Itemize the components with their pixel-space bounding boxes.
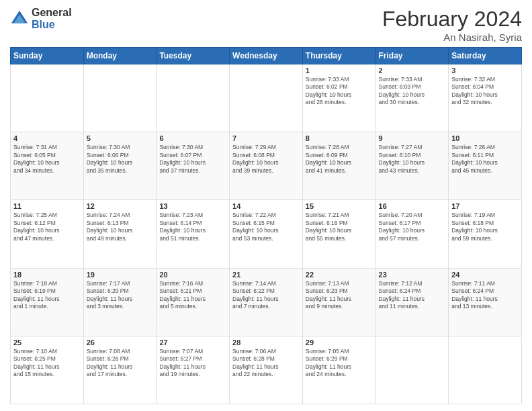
calendar-cell-w2-d6: 17Sunrise: 7:19 AM Sunset: 6:18 PM Dayli… [449, 200, 522, 268]
col-sunday: Sunday [11, 48, 84, 64]
calendar-cell-w0-d1 [83, 64, 157, 132]
month-title: February 2024 [382, 7, 522, 32]
calendar-cell-w4-d1: 26Sunrise: 7:08 AM Sunset: 6:26 PM Dayli… [83, 336, 157, 404]
day-info-19: Sunrise: 7:17 AM Sunset: 6:20 PM Dayligh… [87, 280, 154, 311]
logo-blue-text: Blue [32, 19, 72, 31]
day-number-16: 16 [379, 202, 446, 210]
col-wednesday: Wednesday [230, 48, 303, 64]
day-number-24: 24 [451, 271, 519, 279]
calendar-cell-w2-d4: 15Sunrise: 7:21 AM Sunset: 6:16 PM Dayli… [302, 200, 375, 268]
day-info-12: Sunrise: 7:24 AM Sunset: 6:13 PM Dayligh… [87, 212, 154, 242]
day-info-11: Sunrise: 7:25 AM Sunset: 6:12 PM Dayligh… [13, 212, 81, 242]
day-number-13: 13 [159, 202, 226, 210]
calendar-cell-w1-d3: 7Sunrise: 7:29 AM Sunset: 6:08 PM Daylig… [230, 132, 303, 200]
day-info-24: Sunrise: 7:11 AM Sunset: 6:24 PM Dayligh… [451, 280, 519, 311]
day-number-22: 22 [306, 271, 373, 279]
day-info-10: Sunrise: 7:26 AM Sunset: 6:11 PM Dayligh… [451, 144, 519, 175]
day-info-16: Sunrise: 7:20 AM Sunset: 6:17 PM Dayligh… [379, 212, 446, 242]
title-section: February 2024 An Nasirah, Syria [382, 7, 522, 43]
day-info-25: Sunrise: 7:10 AM Sunset: 6:25 PM Dayligh… [13, 348, 81, 379]
calendar-cell-w2-d5: 16Sunrise: 7:20 AM Sunset: 6:17 PM Dayli… [375, 200, 449, 268]
logo-general-text: General [32, 7, 72, 19]
day-info-29: Sunrise: 7:05 AM Sunset: 6:29 PM Dayligh… [306, 348, 373, 379]
calendar-cell-w1-d2: 6Sunrise: 7:30 AM Sunset: 6:07 PM Daylig… [157, 132, 230, 200]
day-number-3: 3 [451, 66, 519, 75]
day-number-28: 28 [232, 338, 300, 347]
day-info-23: Sunrise: 7:12 AM Sunset: 6:24 PM Dayligh… [379, 280, 446, 311]
day-info-2: Sunrise: 7:33 AM Sunset: 6:03 PM Dayligh… [379, 76, 446, 107]
week-row-0: 1Sunrise: 7:33 AM Sunset: 6:02 PM Daylig… [11, 64, 522, 132]
day-info-8: Sunrise: 7:28 AM Sunset: 6:09 PM Dayligh… [306, 144, 373, 175]
day-number-9: 9 [379, 134, 446, 142]
logo-text: General Blue [32, 7, 72, 30]
calendar-cell-w4-d3: 28Sunrise: 7:06 AM Sunset: 6:28 PM Dayli… [230, 336, 303, 404]
day-number-6: 6 [159, 134, 226, 142]
logo-icon [10, 9, 29, 28]
day-number-17: 17 [451, 202, 519, 210]
calendar-cell-w2-d2: 13Sunrise: 7:23 AM Sunset: 6:14 PM Dayli… [157, 200, 230, 268]
calendar-cell-w1-d1: 5Sunrise: 7:30 AM Sunset: 6:06 PM Daylig… [83, 132, 157, 200]
header: General Blue February 2024 An Nasirah, S… [10, 7, 522, 43]
calendar-cell-w1-d5: 9Sunrise: 7:27 AM Sunset: 6:10 PM Daylig… [375, 132, 449, 200]
day-info-4: Sunrise: 7:31 AM Sunset: 6:05 PM Dayligh… [13, 144, 81, 175]
page: General Blue February 2024 An Nasirah, S… [0, 0, 532, 411]
day-number-26: 26 [87, 338, 154, 347]
week-row-3: 18Sunrise: 7:18 AM Sunset: 6:19 PM Dayli… [11, 268, 522, 336]
day-number-12: 12 [87, 202, 154, 210]
calendar-cell-w4-d2: 27Sunrise: 7:07 AM Sunset: 6:27 PM Dayli… [157, 336, 230, 404]
day-info-5: Sunrise: 7:30 AM Sunset: 6:06 PM Dayligh… [87, 144, 154, 175]
day-info-14: Sunrise: 7:22 AM Sunset: 6:15 PM Dayligh… [232, 212, 300, 242]
calendar-cell-w4-d6 [449, 336, 522, 404]
day-number-21: 21 [232, 271, 300, 279]
calendar-cell-w3-d5: 23Sunrise: 7:12 AM Sunset: 6:24 PM Dayli… [375, 268, 449, 336]
day-info-26: Sunrise: 7:08 AM Sunset: 6:26 PM Dayligh… [87, 348, 154, 379]
calendar-header-row: Sunday Monday Tuesday Wednesday Thursday… [11, 48, 522, 64]
calendar-cell-w0-d4: 1Sunrise: 7:33 AM Sunset: 6:02 PM Daylig… [302, 64, 375, 132]
day-number-25: 25 [13, 338, 81, 347]
calendar-cell-w1-d4: 8Sunrise: 7:28 AM Sunset: 6:09 PM Daylig… [302, 132, 375, 200]
day-info-3: Sunrise: 7:32 AM Sunset: 6:04 PM Dayligh… [451, 76, 519, 107]
day-info-13: Sunrise: 7:23 AM Sunset: 6:14 PM Dayligh… [159, 212, 226, 242]
day-info-7: Sunrise: 7:29 AM Sunset: 6:08 PM Dayligh… [232, 144, 300, 175]
week-row-4: 25Sunrise: 7:10 AM Sunset: 6:25 PM Dayli… [11, 336, 522, 404]
day-number-1: 1 [306, 66, 373, 75]
day-info-28: Sunrise: 7:06 AM Sunset: 6:28 PM Dayligh… [232, 348, 300, 379]
day-number-15: 15 [306, 202, 373, 210]
day-number-27: 27 [159, 338, 226, 347]
day-number-2: 2 [379, 66, 446, 75]
day-info-6: Sunrise: 7:30 AM Sunset: 6:07 PM Dayligh… [159, 144, 226, 175]
logo: General Blue [10, 7, 72, 30]
day-number-7: 7 [232, 134, 300, 142]
day-number-19: 19 [87, 271, 154, 279]
day-number-4: 4 [13, 134, 81, 142]
day-info-15: Sunrise: 7:21 AM Sunset: 6:16 PM Dayligh… [306, 212, 373, 242]
calendar-table: Sunday Monday Tuesday Wednesday Thursday… [10, 47, 522, 404]
calendar-cell-w0-d0 [11, 64, 84, 132]
day-number-20: 20 [159, 271, 226, 279]
day-number-14: 14 [232, 202, 300, 210]
day-info-9: Sunrise: 7:27 AM Sunset: 6:10 PM Dayligh… [379, 144, 446, 175]
col-saturday: Saturday [449, 48, 522, 64]
calendar-cell-w4-d5 [375, 336, 449, 404]
day-info-20: Sunrise: 7:16 AM Sunset: 6:21 PM Dayligh… [159, 280, 226, 311]
day-number-18: 18 [13, 271, 81, 279]
col-tuesday: Tuesday [157, 48, 230, 64]
calendar-cell-w4-d4: 29Sunrise: 7:05 AM Sunset: 6:29 PM Dayli… [302, 336, 375, 404]
day-info-21: Sunrise: 7:14 AM Sunset: 6:22 PM Dayligh… [232, 280, 300, 311]
calendar-cell-w4-d0: 25Sunrise: 7:10 AM Sunset: 6:25 PM Dayli… [11, 336, 84, 404]
calendar-cell-w3-d6: 24Sunrise: 7:11 AM Sunset: 6:24 PM Dayli… [449, 268, 522, 336]
calendar-cell-w2-d0: 11Sunrise: 7:25 AM Sunset: 6:12 PM Dayli… [11, 200, 84, 268]
day-info-17: Sunrise: 7:19 AM Sunset: 6:18 PM Dayligh… [451, 212, 519, 242]
calendar-cell-w3-d3: 21Sunrise: 7:14 AM Sunset: 6:22 PM Dayli… [230, 268, 303, 336]
calendar-cell-w0-d5: 2Sunrise: 7:33 AM Sunset: 6:03 PM Daylig… [375, 64, 449, 132]
day-info-27: Sunrise: 7:07 AM Sunset: 6:27 PM Dayligh… [159, 348, 226, 379]
day-number-23: 23 [379, 271, 446, 279]
day-number-11: 11 [13, 202, 81, 210]
col-monday: Monday [83, 48, 157, 64]
week-row-2: 11Sunrise: 7:25 AM Sunset: 6:12 PM Dayli… [11, 200, 522, 268]
week-row-1: 4Sunrise: 7:31 AM Sunset: 6:05 PM Daylig… [11, 132, 522, 200]
calendar-cell-w3-d2: 20Sunrise: 7:16 AM Sunset: 6:21 PM Dayli… [157, 268, 230, 336]
day-info-18: Sunrise: 7:18 AM Sunset: 6:19 PM Dayligh… [13, 280, 81, 311]
day-info-1: Sunrise: 7:33 AM Sunset: 6:02 PM Dayligh… [306, 76, 373, 107]
col-thursday: Thursday [302, 48, 375, 64]
